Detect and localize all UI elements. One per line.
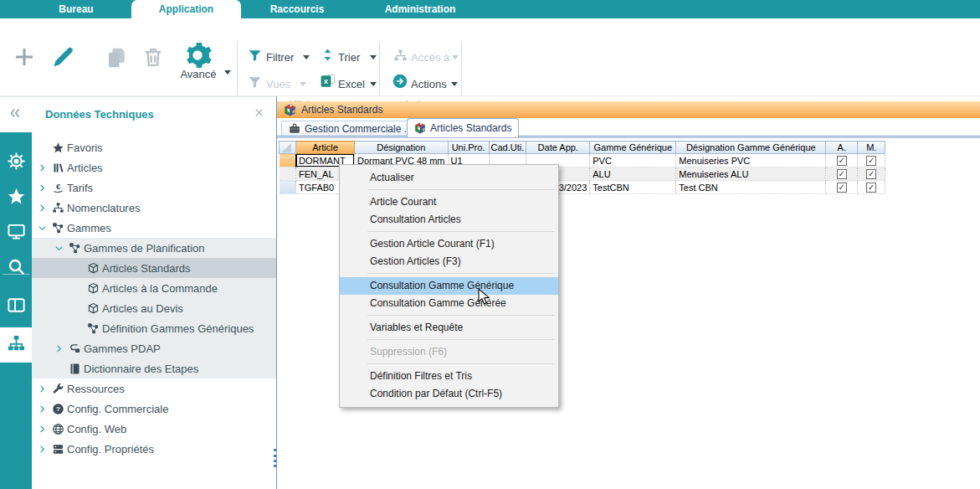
chevron-right-icon[interactable]: [35, 163, 49, 172]
tree-item-articles-devis[interactable]: Articles au Devis: [32, 298, 276, 318]
svg-text:x: x: [323, 76, 328, 85]
menu-item-consultation-gamme-generique[interactable]: Consultation Gamme Générique: [340, 277, 558, 295]
tree-item-gammes-planification[interactable]: Gammes de Planification: [32, 238, 276, 258]
tree-item-config-web[interactable]: Config. Web: [32, 419, 276, 439]
checkbox-checked-icon[interactable]: ✓: [866, 183, 876, 193]
menu-item-consultation-articles[interactable]: Consultation Articles: [340, 211, 558, 229]
tree-label: Ressources: [67, 383, 125, 395]
tree-item-nomenclatures[interactable]: Nomenclatures: [32, 198, 276, 218]
cell-checkbox-a[interactable]: ✓: [826, 181, 858, 194]
checkbox-checked-icon[interactable]: ✓: [866, 169, 876, 179]
tab-articles-standards[interactable]: Articles Standards: [407, 118, 519, 137]
collapse-panel-icon[interactable]: [8, 106, 22, 123]
menu-item-actualiser[interactable]: Actualiser: [340, 169, 558, 187]
checkbox-checked-icon[interactable]: ✓: [837, 169, 847, 179]
actions-caret-icon[interactable]: [451, 82, 458, 86]
ribbon-tab-administration[interactable]: Administration: [358, 0, 482, 18]
chevron-right-icon[interactable]: [35, 445, 49, 454]
tree-item-dictionnaire-etapes[interactable]: Dictionnaire des Etapes: [32, 358, 276, 378]
chevron-right-icon[interactable]: [52, 344, 65, 353]
excel-button[interactable]: x: [319, 74, 336, 90]
menu-item-definition-filtres-et-tris[interactable]: Définition Filtres et Tris: [340, 368, 558, 385]
chevron-right-icon[interactable]: [35, 203, 49, 213]
tree-item-articles-standards[interactable]: Articles Standards: [32, 258, 276, 278]
tree-item-definition-gammes-generiques[interactable]: Définition Gammes Génériques: [32, 318, 276, 338]
column-header-m[interactable]: M.: [858, 142, 885, 154]
rail-item-columns[interactable]: [0, 289, 32, 324]
sort-button[interactable]: [319, 48, 336, 64]
ribbon-tab-application[interactable]: Application: [131, 0, 241, 18]
menu-item-article-courant[interactable]: Article Courant: [340, 193, 558, 211]
column-header-designation[interactable]: Désignation: [355, 142, 449, 154]
rail-item-monitor[interactable]: [0, 215, 32, 250]
delete-button[interactable]: [139, 44, 167, 73]
filter-caret-icon[interactable]: [303, 55, 310, 59]
cell-checkbox-m[interactable]: ✓: [858, 181, 885, 194]
add-button[interactable]: [10, 44, 38, 73]
column-header-gamme[interactable]: Gamme Générique: [590, 142, 676, 154]
chevron-right-icon[interactable]: [35, 183, 49, 193]
column-header-unipro[interactable]: Uni.Pro.: [448, 142, 489, 154]
rail-item-favorites[interactable]: [0, 180, 32, 215]
ribbon-tab-raccourcis[interactable]: Raccourcis: [248, 0, 346, 18]
column-header-caduti[interactable]: Cad.Uti.: [489, 142, 526, 154]
actions-button[interactable]: [392, 75, 408, 91]
splitter-handle-icon[interactable]: [274, 449, 276, 467]
close-panel-icon[interactable]: [254, 106, 264, 121]
cell-checkbox-m[interactable]: ✓: [858, 154, 885, 167]
cell-desgamme[interactable]: Menuiseries ALU: [676, 167, 826, 181]
cell-gamme[interactable]: PVC: [590, 154, 676, 167]
column-header-desgamme[interactable]: Désignation Gamme Générique: [676, 142, 826, 154]
tree-item-tarifs[interactable]: € Tarifs: [32, 178, 276, 198]
chevron-right-icon[interactable]: [35, 384, 49, 394]
views-button: [246, 75, 263, 92]
chevron-right-icon[interactable]: [35, 404, 49, 414]
tree-item-articles[interactable]: Articles: [32, 157, 276, 178]
row-selector[interactable]: [280, 154, 296, 167]
chevron-down-icon[interactable]: [52, 244, 65, 253]
cell-desgamme[interactable]: Test CBN: [676, 181, 826, 194]
chevron-down-icon[interactable]: [35, 224, 49, 233]
row-selector[interactable]: [280, 167, 296, 181]
tree-item-gammes-pdap[interactable]: Gammes PDAP: [32, 338, 276, 358]
edit-button[interactable]: [47, 43, 79, 75]
menu-item-variables-et-requete[interactable]: Variables et Requête: [340, 319, 558, 337]
checkbox-checked-icon[interactable]: ✓: [837, 183, 847, 193]
cell-gamme[interactable]: TestCBN: [590, 181, 676, 194]
chevron-right-icon[interactable]: [35, 425, 49, 434]
advanced-caret-icon[interactable]: [224, 70, 231, 75]
tree-item-gammes[interactable]: Gammes: [32, 218, 276, 238]
books-icon: [49, 162, 67, 174]
menu-item-consultation-gamme-generee[interactable]: Consultation Gamme Générée: [340, 295, 558, 312]
rail-item-search[interactable]: [0, 250, 32, 286]
tree-item-favoris[interactable]: Favoris: [32, 137, 276, 157]
column-header-dateapp[interactable]: Date App.: [526, 142, 590, 154]
sort-caret-icon[interactable]: [370, 55, 377, 59]
select-all-corner[interactable]: [280, 142, 296, 154]
tree-item-articles-commande[interactable]: Articles à la Commande: [32, 278, 276, 298]
excel-caret-icon[interactable]: [370, 82, 377, 86]
menu-item-condition-par-defaut[interactable]: Condition par Défaut (Ctrl-F5): [340, 385, 558, 403]
column-header-a[interactable]: A.: [826, 142, 858, 154]
panel-splitter[interactable]: [276, 96, 277, 489]
tree-item-ressources[interactable]: Ressources: [32, 378, 276, 399]
cell-gamme[interactable]: ALU: [590, 167, 676, 181]
checkbox-checked-icon[interactable]: ✓: [866, 156, 876, 166]
rail-item-hierarchy[interactable]: [0, 327, 32, 363]
copy-button[interactable]: [102, 44, 132, 75]
cell-desgamme[interactable]: Menuiseries PVC: [676, 154, 826, 167]
tree-item-config-commerciale[interactable]: ? Config. Commerciale: [32, 399, 276, 419]
cell-checkbox-m[interactable]: ✓: [858, 167, 885, 181]
tab-gestion-commerciale[interactable]: Gestion Commerciale ...: [281, 121, 420, 136]
menu-item-gestion-article-courant[interactable]: Gestion Article Courant (F1): [340, 235, 558, 253]
rail-item-wheel[interactable]: [0, 145, 32, 180]
ribbon-tab-bureau[interactable]: Bureau: [25, 0, 127, 18]
column-header-article[interactable]: Article: [296, 142, 355, 154]
row-selector[interactable]: [280, 181, 296, 194]
tree-item-config-proprietes[interactable]: Config. Propriétés: [32, 439, 276, 459]
menu-item-gestion-articles[interactable]: Gestion Articles (F3): [340, 253, 558, 270]
filter-button[interactable]: [246, 49, 263, 65]
checkbox-checked-icon[interactable]: ✓: [837, 156, 847, 166]
cell-checkbox-a[interactable]: ✓: [826, 154, 858, 167]
cell-checkbox-a[interactable]: ✓: [826, 167, 858, 181]
